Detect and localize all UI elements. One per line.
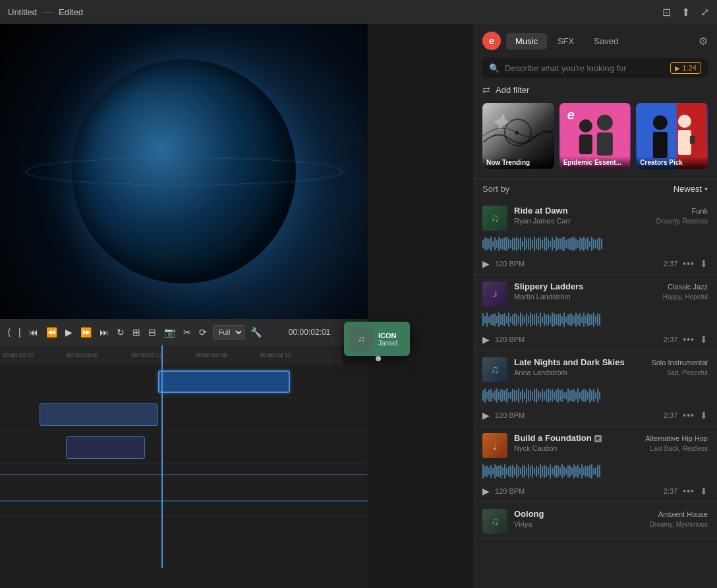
wbar	[494, 237, 496, 250]
window-icon-3[interactable]: ⤢	[701, 6, 709, 18]
step-back-button[interactable]: ⏪	[44, 325, 59, 339]
trim-button[interactable]: ✂	[181, 325, 193, 339]
track-late-more-button[interactable]: •••	[683, 410, 695, 421]
track-clip-1[interactable]	[158, 370, 290, 393]
track-row-2	[0, 398, 368, 431]
track-slippery-more-button[interactable]: •••	[683, 334, 695, 345]
wbar	[554, 392, 555, 399]
track-late-play-button[interactable]: ▶	[482, 410, 490, 421]
track-slippery-download-button[interactable]: ⬇	[700, 334, 708, 345]
wbar	[530, 390, 531, 401]
track-clip-3[interactable]	[66, 436, 145, 459]
track-slippery-genre: Classic Jazz	[668, 283, 708, 291]
window-icon-1[interactable]: ⊡	[662, 6, 671, 18]
track-ride-mood: Dreamy, Restless	[656, 218, 708, 225]
track-ride-download-button[interactable]: ⬇	[700, 258, 708, 269]
next-frame-button[interactable]: ⏭	[98, 325, 111, 339]
sort-dropdown[interactable]: Newest ▾	[674, 184, 708, 194]
wbar	[595, 316, 596, 324]
timeline-ruler: 00:00:02:12 00:00:03:00 00:00:03:12 00:0…	[0, 345, 343, 365]
featured-card-trending[interactable]: ✦ ✦ Now Trending	[482, 103, 554, 169]
window-icon-2[interactable]: ⬆	[681, 6, 690, 18]
featured-card-creators[interactable]: Creators Pick	[636, 103, 708, 169]
track-slippery-play-button[interactable]: ▶	[482, 334, 490, 345]
track-build-download-button[interactable]: ⬇	[700, 486, 708, 496]
wbar	[561, 237, 563, 250]
track-ride-more-button[interactable]: •••	[683, 258, 695, 269]
timecode-display: 00:00:02:01	[289, 328, 330, 337]
wbar	[552, 389, 553, 402]
track-build-play-button[interactable]: ▶	[482, 486, 490, 496]
playhead[interactable]	[161, 345, 163, 568]
transform-button[interactable]: ⟳	[197, 325, 209, 339]
mark-in-button[interactable]: ⟨	[5, 325, 13, 339]
track-ride-bpm: 120 BPM	[495, 260, 525, 268]
loop-button[interactable]: ↻	[115, 325, 127, 339]
track-late-download-button[interactable]: ⬇	[700, 410, 708, 421]
wbar	[569, 465, 571, 477]
track-slippery-title: Slippery Ladders	[514, 281, 583, 291]
wbar	[563, 392, 565, 399]
wbar	[528, 238, 529, 250]
track-clip-2[interactable]	[40, 403, 158, 426]
split-button[interactable]: ⊟	[146, 325, 158, 339]
prev-frame-button[interactable]: ⏮	[27, 325, 40, 339]
track-ride-waveform	[482, 235, 708, 253]
wbar	[540, 238, 541, 250]
wbar	[544, 237, 545, 250]
top-bar: Untitled — Edited ⊡ ⬆ ⤢	[0, 0, 717, 24]
track-slippery-duration: 2:37	[664, 336, 677, 343]
play-pause-button[interactable]: ▶	[63, 325, 74, 339]
tab-music[interactable]: Music	[506, 33, 547, 49]
wbar	[581, 390, 583, 401]
waveform-bars-slippery	[482, 310, 708, 329]
screenshot-button[interactable]: 📷	[162, 325, 177, 339]
wbar	[496, 240, 498, 248]
wbar	[524, 316, 525, 323]
wbar	[516, 464, 517, 479]
wbar	[597, 238, 598, 250]
search-input[interactable]	[505, 63, 665, 73]
tab-sfx[interactable]: SFX	[548, 33, 583, 49]
track-ride-artist: Ryan James Carr	[514, 217, 571, 225]
wbar	[579, 392, 581, 399]
wbar	[498, 312, 500, 327]
snap-button[interactable]: ⊞	[130, 325, 142, 339]
wbar	[526, 239, 527, 249]
wbar	[512, 465, 513, 478]
wbar	[577, 314, 579, 325]
wbar	[534, 389, 535, 402]
track-build-more-button[interactable]: •••	[683, 486, 695, 496]
wbar	[490, 465, 492, 478]
wbar	[567, 314, 569, 325]
play-icon: ▶	[675, 65, 680, 72]
step-forward-button[interactable]: ⏩	[78, 325, 94, 339]
track-build-bpm: 120 BPM	[495, 487, 525, 495]
track-build-title-row: Build a FoundationE Alternative Hip Hop	[514, 433, 708, 443]
svg-text:✦: ✦	[513, 129, 520, 138]
planet-ring	[26, 158, 342, 185]
wbar	[496, 388, 498, 403]
zoom-select[interactable]: Full	[213, 325, 244, 339]
wbar	[530, 466, 531, 477]
floating-card-title: ICON	[378, 332, 397, 339]
featured-card-epidemic[interactable]: e Epidemic Essent...	[559, 103, 631, 169]
wbar	[530, 237, 531, 250]
track-ride-thumb-icon: ♫	[482, 206, 507, 231]
wbar	[597, 465, 598, 478]
wbar	[486, 312, 488, 327]
wbar	[510, 240, 511, 248]
track-ride-info: Ride at Dawn Funk Ryan James Carr Dreamy…	[514, 206, 708, 225]
wbar	[587, 392, 588, 399]
wbar	[502, 467, 503, 475]
track-oolong-genre: Ambient House	[658, 510, 708, 518]
tab-saved[interactable]: Saved	[585, 33, 627, 49]
music-panel: e Music SFX Saved ⚙ 🔍 ▶ 1:24 ⇄ Add filte…	[473, 24, 717, 588]
settings-icon[interactable]: ⚙	[699, 35, 708, 47]
mark-out-button[interactable]: |	[16, 325, 23, 339]
add-filter-bar[interactable]: ⇄ Add filter	[482, 84, 708, 95]
wbar	[544, 313, 545, 326]
track-ride-play-button[interactable]: ▶	[482, 258, 490, 269]
tool-button[interactable]: 🔧	[248, 325, 264, 339]
track-slippery-mood: Happy, Hopeful	[663, 293, 708, 301]
